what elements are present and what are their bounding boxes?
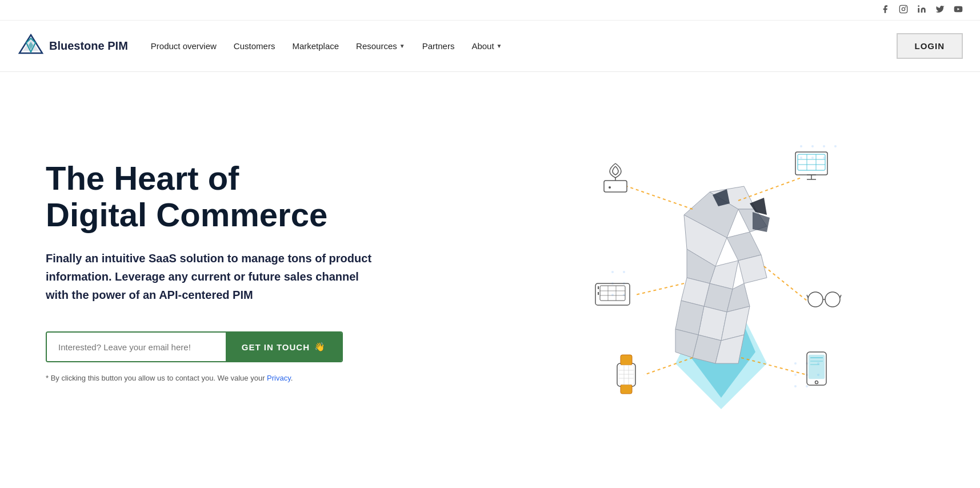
svg-point-13 [800, 157, 802, 159]
logo[interactable]: Bluestone PIM [17, 33, 128, 60]
nav-item-about[interactable]: About ▼ [471, 41, 502, 51]
cta-form: GET IN TOUCH 👋 [46, 331, 343, 362]
svg-rect-84 [621, 355, 632, 365]
nav-item-resources[interactable]: Resources ▼ [356, 41, 405, 51]
nav-item-marketplace[interactable]: Marketplace [292, 41, 339, 51]
svg-marker-51 [753, 212, 770, 232]
hero-right [508, 112, 934, 432]
svg-point-25 [794, 374, 797, 376]
instagram-icon[interactable] [899, 5, 908, 15]
twitter-icon[interactable] [935, 5, 945, 15]
hero-section: The Heart of Digital Commerce Finally an… [0, 72, 980, 472]
svg-point-78 [808, 292, 823, 307]
svg-point-28 [794, 385, 797, 387]
svg-point-3 [918, 5, 919, 7]
svg-line-52 [627, 186, 693, 209]
about-chevron-icon: ▼ [497, 43, 502, 49]
logo-text: Bluestone PIM [49, 39, 128, 53]
nav-item-product-overview[interactable]: Product overview [151, 41, 217, 51]
svg-point-14 [811, 157, 814, 159]
svg-point-22 [794, 362, 797, 365]
login-button[interactable]: LOGIN [897, 33, 963, 59]
svg-rect-73 [600, 286, 625, 301]
nav-left: Bluestone PIM Product overview Customers… [17, 33, 502, 60]
svg-point-15 [823, 157, 825, 159]
svg-point-11 [823, 145, 825, 147]
svg-line-54 [635, 283, 684, 295]
logo-icon [17, 33, 45, 60]
svg-rect-62 [798, 154, 825, 170]
svg-rect-93 [809, 355, 825, 379]
email-input[interactable] [47, 333, 226, 361]
linkedin-icon[interactable] [917, 5, 926, 15]
svg-rect-85 [621, 385, 632, 394]
svg-rect-0 [899, 5, 907, 13]
hero-title: The Heart of Digital Commerce [46, 160, 508, 233]
social-bar [0, 0, 980, 21]
svg-point-79 [825, 292, 840, 307]
svg-rect-86 [619, 365, 634, 385]
svg-rect-58 [604, 181, 627, 192]
facebook-icon[interactable] [881, 5, 890, 15]
svg-point-20 [611, 294, 614, 296]
svg-point-94 [815, 381, 818, 384]
svg-rect-61 [795, 152, 827, 175]
svg-line-55 [764, 266, 807, 301]
svg-point-16 [611, 271, 614, 273]
svg-point-2 [905, 7, 906, 7]
youtube-icon[interactable] [954, 5, 963, 15]
svg-line-81 [807, 295, 808, 298]
hero-subtitle: Finally an intuitive SaaS solution to ma… [46, 249, 377, 304]
get-in-touch-button[interactable]: GET IN TOUCH 👋 [226, 333, 342, 361]
svg-point-29 [806, 385, 808, 387]
cta-disclaimer: * By clicking this button you allow us t… [46, 373, 331, 384]
svg-point-21 [623, 294, 625, 296]
svg-point-17 [623, 271, 625, 273]
nav-links: Product overview Customers Marketplace R… [151, 41, 502, 51]
privacy-link[interactable]: Privacy [267, 374, 291, 382]
navbar: Bluestone PIM Product overview Customers… [0, 21, 980, 72]
nav-item-customers[interactable]: Customers [234, 41, 275, 51]
svg-point-12 [834, 145, 837, 147]
hero-left: The Heart of Digital Commerce Finally an… [46, 160, 508, 383]
svg-line-82 [840, 295, 841, 298]
svg-point-10 [811, 145, 814, 147]
nav-item-partners[interactable]: Partners [422, 41, 455, 51]
resources-chevron-icon: ▼ [399, 43, 405, 49]
svg-point-60 [609, 186, 611, 189]
svg-point-9 [800, 145, 802, 147]
heart-illustration [561, 112, 881, 432]
svg-point-1 [902, 7, 905, 10]
